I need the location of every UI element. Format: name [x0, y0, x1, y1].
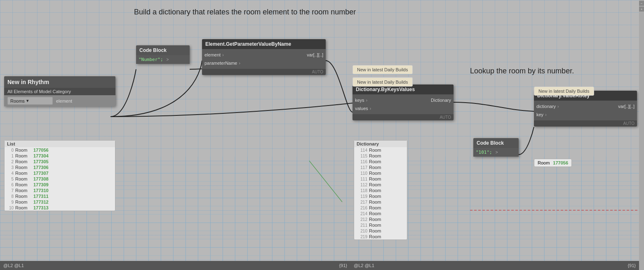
daily-builds-banner-right: New in latest Daily Builds [534, 87, 594, 96]
list-item: 6 Room 177309 [5, 182, 115, 188]
dict-bykeys-node: Dictionary.ByKeysValues keys › Dictionar… [353, 85, 454, 120]
main-description: Build a dictionary that relates the room… [134, 7, 356, 17]
dict-item: 214 Room [354, 211, 407, 216]
rhythm-node-subtitle: All Elements of Model Category [4, 88, 115, 95]
get-param-row-paramname: parameterName › [202, 59, 326, 67]
list-item: 5 Room 177308 [5, 176, 115, 182]
code-block-2-arrow: > [496, 150, 498, 155]
dict-item: 219 Room [354, 234, 407, 239]
dict-item: 116 Room [354, 159, 407, 164]
list-item: 0 Room 177056 [5, 147, 115, 153]
list-item: 7 Room 177310 [5, 188, 115, 193]
code-block-1-arrow: > [167, 57, 169, 62]
get-param-footer: AUTO [202, 69, 326, 75]
get-param-tooltip: New in latest Daily Builds [353, 65, 413, 74]
code-block-1-body: "Number"; > [136, 55, 190, 64]
dict-panel-header: Dictionary [354, 141, 407, 147]
room-result: Room 177056 [534, 159, 572, 167]
list-item: 8 Room 177311 [5, 193, 115, 199]
status-bar-right2: {91} [628, 263, 636, 268]
dict-item: 212 Room [354, 216, 407, 222]
rhythm-node: New in Rhythm All Elements of Model Cate… [4, 76, 115, 106]
dict-bykeys-body: keys › Dictionary values › [353, 94, 454, 114]
dict-item: 110 Room [354, 170, 407, 176]
room-result-key: Room [538, 160, 550, 165]
list-item: 10 Room 177313 [5, 205, 115, 211]
dict-item: 216 Room [354, 205, 407, 211]
get-param-body: element › var[..][..] parameterName › [202, 49, 326, 69]
scrollbar[interactable]: − + [639, 0, 644, 270]
status-bar: @L2 @L1 {91} [0, 261, 350, 270]
dict-bykeys-footer: AUTO [353, 114, 454, 120]
list-item: 9 Room 177312 [5, 199, 115, 205]
code-block-2-code: "101"; [476, 150, 492, 155]
dict-item: 115 Room [354, 153, 407, 159]
dict-valueatkey-footer: AUTO [534, 120, 637, 127]
dict-item: 117 Room [354, 164, 407, 170]
list-item: 1 Room 177304 [5, 153, 115, 159]
canvas[interactable]: Build a dictionary that relates the room… [0, 0, 644, 270]
scroll-minus[interactable]: − [639, 1, 644, 6]
dict-bykeys-row-keys: keys › Dictionary [353, 96, 454, 104]
dict-item: 112 Room [354, 182, 407, 188]
code-block-2-title: Code Block [473, 138, 519, 148]
get-param-node: Element.GetParameterValueByName element … [202, 39, 326, 75]
daily-builds-banner-left: New in latest Daily Builds [353, 77, 413, 87]
element-output-label: element [56, 99, 72, 103]
dict-valueatkey-row-dict: dictionary › var[..][..] [534, 102, 637, 110]
rooms-dropdown[interactable]: Rooms ▾ [7, 97, 53, 105]
code-block-2-body: "101"; > [473, 148, 519, 157]
get-param-row-element: element › var[..][..] [202, 51, 326, 59]
dict-item: 210 Room [354, 228, 407, 234]
status-bar-2: @L2 @L1 {91} [350, 261, 639, 270]
lookup-description: Lookup the room by its number. [470, 67, 574, 75]
rhythm-node-title: New in Rhythm [4, 76, 115, 88]
dict-item: 217 Room [354, 199, 407, 205]
list-item: 3 Room 177306 [5, 164, 115, 170]
dict-panel: Dictionary 114 Room115 Room116 Room117 R… [354, 140, 407, 240]
dict-valueatkey-body: dictionary › var[..][..] key › [534, 101, 637, 120]
code-block-1-code: "Number"; [139, 57, 163, 62]
list-rows: 0 Room 1770561 Room 1773042 Room 1773053… [5, 147, 115, 211]
status-bar-right1: {91} [339, 263, 347, 268]
code-block-2-node: Code Block "101"; > [473, 138, 519, 157]
list-panel: List 0 Room 1770561 Room 1773042 Room 17… [4, 140, 115, 211]
dict-item: 111 Room [354, 176, 407, 182]
list-header: List [5, 141, 115, 147]
room-result-value: 177056 [553, 160, 568, 165]
dict-rows: 114 Room115 Room116 Room117 Room110 Room… [354, 147, 407, 239]
dict-item: 118 Room [354, 188, 407, 193]
dict-valueatkey-node: Dictionary.ValueAtKey dictionary › var[.… [534, 91, 637, 127]
rhythm-node-body: Rooms ▾ element [4, 95, 115, 106]
get-param-title: Element.GetParameterValueByName [202, 39, 326, 49]
code-block-1-node: Code Block "Number"; > [136, 45, 190, 64]
dict-item: 119 Room [354, 193, 407, 199]
code-block-1-title: Code Block [136, 45, 190, 55]
dict-item: 114 Room [354, 147, 407, 153]
dict-item: 211 Room [354, 222, 407, 228]
status-bar-left2: @L2 @L1 [354, 263, 374, 268]
dict-valueatkey-row-key: key › [534, 110, 637, 119]
svg-line-64 [309, 161, 342, 202]
scroll-plus[interactable]: + [639, 7, 644, 12]
status-bar-left: @L2 @L1 [3, 263, 24, 268]
dict-bykeys-row-values: values › [353, 104, 454, 113]
list-item: 2 Room 177305 [5, 159, 115, 164]
list-item: 4 Room 177307 [5, 170, 115, 176]
